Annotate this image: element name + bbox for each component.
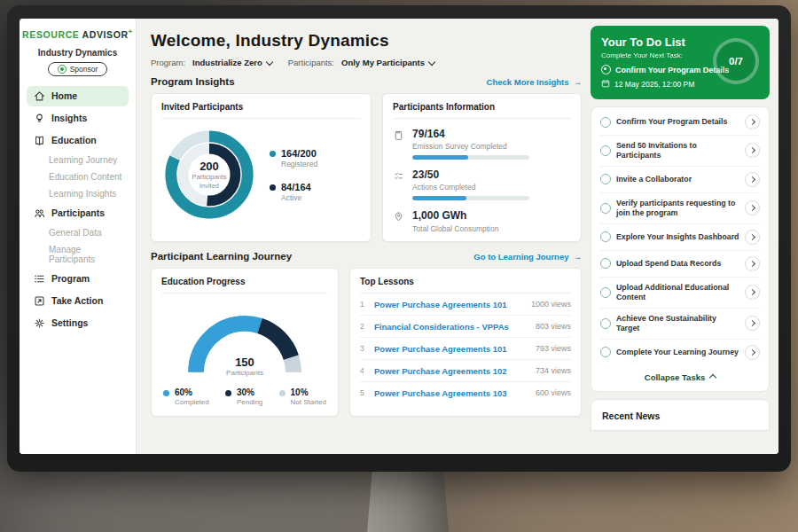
task-open-button[interactable] (745, 143, 760, 158)
sponsor-icon (58, 65, 66, 74)
task-open-button[interactable] (745, 172, 760, 187)
filters-row: Program: Industrialize Zero Participants… (151, 58, 582, 67)
task-item-explore-insights[interactable]: Explore Your Insights Dashboard (600, 224, 760, 251)
recent-news-card: Recent News (591, 399, 770, 431)
invited-participants-card: Invited Participants (151, 93, 372, 242)
task-open-button[interactable] (745, 316, 760, 331)
list-icon (34, 273, 45, 285)
action-arrow-icon (34, 295, 45, 307)
chevron-right-icon (749, 176, 755, 183)
program-select-value: Industrialize Zero (192, 58, 262, 67)
book-icon (34, 135, 45, 146)
sidebar-item-label: Education (51, 135, 97, 145)
lesson-link[interactable]: Power Purchase Agreements 101 (374, 300, 524, 309)
task-item-achieve-sustainability-target[interactable]: Achieve One Sustainability Target (600, 309, 760, 340)
legend-value: 84/164 (281, 182, 311, 192)
stat-label: Total Global Consumption (412, 224, 498, 233)
legend-item: 30% Pending (225, 387, 262, 406)
task-item-invite-collaborator[interactable]: Invite a Collaborator (600, 167, 760, 193)
donut-center-label: Participants Invited (186, 173, 232, 190)
task-open-button[interactable] (745, 114, 760, 129)
sidebar-item-program[interactable]: Program (27, 269, 129, 289)
chevron-right-icon (749, 289, 755, 295)
task-radio[interactable] (600, 145, 611, 156)
task-item-upload-spend-data[interactable]: Upload Spend Data Records (600, 251, 760, 278)
todo-tasks-card: Confirm Your Program Details Send 50 Inv… (591, 106, 770, 392)
insights-cards-row: Invited Participants (151, 93, 582, 242)
lesson-rank: 5 (360, 388, 367, 397)
sidebar-item-education-content[interactable]: Education Content (20, 168, 136, 185)
radio-icon (601, 65, 611, 74)
check-more-insights-link[interactable]: Check More Insights → (487, 77, 582, 87)
sidebar-item-settings[interactable]: Settings (27, 313, 129, 333)
section-title: Participant Learning Journey (151, 251, 292, 262)
participants-filter-label: Participants: (288, 58, 334, 67)
stat-value: 23/50 (412, 169, 529, 181)
task-radio[interactable] (600, 258, 611, 269)
task-open-button[interactable] (745, 200, 760, 215)
participants-select[interactable]: Only My Participants (341, 58, 434, 67)
sidebar-item-participants[interactable]: Participants (27, 203, 129, 223)
lesson-link[interactable]: Financial Considerations - VPPAs (374, 322, 528, 332)
sponsor-badge[interactable]: Sponsor (48, 62, 108, 76)
sidebar-item-take-action[interactable]: Take Action (27, 291, 129, 311)
task-radio[interactable] (600, 203, 611, 214)
section-title: Program Insights (151, 76, 235, 87)
todo-progress-value: 0/7 (729, 56, 743, 66)
bulb-icon (34, 113, 45, 124)
task-item-upload-educational-content[interactable]: Upload Additional Educational Content (600, 278, 760, 309)
energy-icon (393, 210, 405, 223)
todo-rail: Your To Do List Complete Your Next Task:… (591, 19, 778, 454)
legend-dot (270, 184, 276, 191)
sidebar-item-label: Settings (51, 317, 88, 328)
legend-item: 60% Completed (163, 387, 209, 406)
task-item-complete-learning-journey[interactable]: Complete Your Learning Journey (600, 340, 760, 365)
lesson-row: 4 Power Purchase Agreements 102 734 view… (360, 360, 571, 382)
sidebar-item-home[interactable]: Home (27, 86, 129, 106)
brand-logo: RESOURCE ADVISOR+ (20, 27, 136, 40)
task-item-confirm-program-details[interactable]: Confirm Your Program Details (600, 109, 760, 136)
task-item-verify-participants[interactable]: Verify participants requesting to join t… (600, 193, 760, 224)
task-radio[interactable] (600, 117, 611, 128)
task-label: Verify participants requesting to join t… (616, 199, 739, 218)
task-radio[interactable] (600, 287, 611, 298)
legend-dot (225, 390, 231, 396)
sidebar-item-general-data[interactable]: General Data (20, 224, 136, 241)
task-radio[interactable] (600, 231, 611, 242)
task-radio[interactable] (600, 347, 611, 357)
task-open-button[interactable] (745, 230, 760, 245)
legend-label: Completed (175, 398, 209, 406)
arrow-right-icon: → (574, 77, 583, 87)
sidebar-item-learning-journey[interactable]: Learning Journey (20, 152, 136, 168)
sidebar-item-insights[interactable]: Insights (27, 108, 129, 129)
go-to-learning-journey-link[interactable]: Go to Learning Journey → (473, 252, 582, 262)
sidebar-item-learning-insights[interactable]: Learning Insights (20, 185, 136, 202)
lesson-views: 600 views (536, 388, 571, 397)
lesson-link[interactable]: Power Purchase Agreements 101 (374, 344, 528, 354)
sidebar-item-label: Home (51, 90, 77, 101)
task-radio[interactable] (600, 318, 611, 329)
sidebar-item-manage-participants[interactable]: Manage Participants (20, 241, 136, 268)
task-open-button[interactable] (745, 345, 760, 360)
task-label: Achieve One Sustainability Target (616, 314, 739, 333)
progress-bar-fill (412, 155, 468, 160)
task-open-button[interactable] (745, 285, 760, 300)
legend-label: Registered (281, 160, 317, 168)
participants-information-card: Participants Information 79/164 Emission… (382, 93, 582, 242)
sidebar-item-education[interactable]: Education (27, 130, 129, 151)
sidebar: RESOURCE ADVISOR+ Industry Dynamics Spon… (20, 19, 137, 454)
org-name: Industry Dynamics (20, 48, 136, 58)
lesson-link[interactable]: Power Purchase Agreements 103 (374, 388, 528, 398)
program-select[interactable]: Industrialize Zero (192, 58, 272, 67)
task-item-send-invitations[interactable]: Send 50 Invitations to Participants (600, 136, 760, 167)
education-progress-gauge-chart: 150 Participants (174, 302, 316, 379)
task-radio[interactable] (600, 174, 611, 184)
task-open-button[interactable] (745, 256, 760, 271)
page-title: Welcome, Industry Dynamics (151, 31, 582, 51)
collapse-tasks-button[interactable]: Collapse Tasks (600, 365, 760, 389)
legend-item: 84/164 Active (270, 182, 317, 202)
todo-due-date: 12 May 2025, 12:00 PM (614, 80, 694, 89)
sidebar-item-label: Take Action (51, 295, 103, 306)
todo-summary-card: Your To Do List Complete Your Next Task:… (591, 26, 770, 99)
lesson-link[interactable]: Power Purchase Agreements 102 (374, 366, 528, 376)
